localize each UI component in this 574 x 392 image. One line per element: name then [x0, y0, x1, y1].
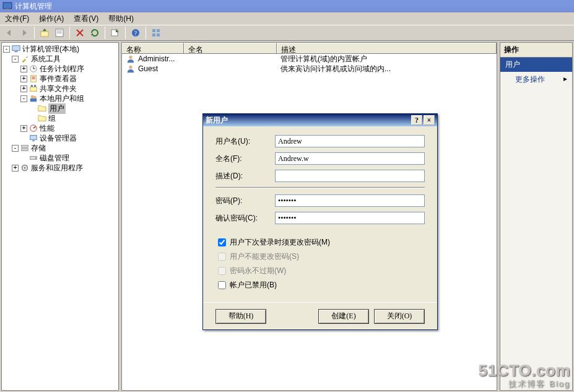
refresh-icon[interactable] [88, 26, 102, 40]
tree-eventwr[interactable]: 事件查看器 [40, 74, 77, 84]
list-row[interactable]: Guest 供来宾访问计算机或访问域的内... [122, 64, 497, 74]
neverexpire-label: 密码永不过期(W) [230, 266, 286, 276]
delete-icon[interactable] [73, 26, 87, 40]
services-icon [20, 163, 30, 173]
folder-icon [37, 113, 47, 123]
menu-action[interactable]: 操作(A) [39, 14, 64, 24]
mmc-window: 计算机管理 文件(F) 操作(A) 查看(V) 帮助(H) ? -计算机管理(本… [0, 0, 574, 392]
cell-desc: 管理计算机(域)的内置帐户 [280, 54, 367, 64]
toolbar-sep [34, 27, 35, 39]
export-icon[interactable] [108, 26, 122, 40]
users-group-icon [28, 94, 38, 103]
fullname-input[interactable] [275, 152, 425, 165]
dialog-buttons: 帮助(H) 创建(E) 关闭(O) [203, 302, 437, 329]
tree-users[interactable]: 用户 [48, 103, 66, 114]
toolbar-sep [125, 27, 126, 39]
tree-storage[interactable]: 存储 [31, 143, 46, 154]
folder-icon [37, 103, 47, 113]
description-label: 描述(D): [215, 171, 275, 181]
svg-point-30 [34, 85, 37, 87]
tree-root[interactable]: 计算机管理(本地) [22, 44, 79, 54]
username-label: 用户名(U): [215, 136, 275, 147]
properties-icon[interactable] [53, 26, 66, 40]
svg-rect-37 [32, 141, 35, 142]
cannotchange-label: 用户不能更改密码(S) [230, 251, 299, 262]
dialog-help-icon[interactable]: ? [411, 115, 422, 125]
svg-rect-38 [22, 146, 28, 148]
forward-icon[interactable] [17, 26, 31, 40]
view-mode-icon[interactable] [149, 26, 163, 40]
nav-tree[interactable]: -计算机管理(本地) -系统工具 +任务计划程序 +事件查看器 +共享文件夹 -… [2, 43, 118, 174]
svg-point-45 [129, 66, 132, 69]
menu-file[interactable]: 文件(F) [5, 14, 29, 24]
dialog-close-icon[interactable]: × [424, 115, 435, 125]
up-icon[interactable] [38, 26, 51, 40]
svg-rect-18 [152, 33, 155, 37]
tree-pane: -计算机管理(本地) -系统工具 +任务计划程序 +事件查看器 +共享文件夹 -… [1, 42, 119, 391]
toolbar-sep [105, 27, 105, 39]
svg-rect-16 [152, 29, 155, 32]
tree-groups[interactable]: 组 [48, 113, 56, 124]
toolbar-sep [69, 27, 70, 39]
cell-desc: 供来宾访问计算机或访问域的内... [280, 64, 391, 74]
window-title: 计算机管理 [15, 1, 572, 12]
actions-more[interactable]: 更多操作 [500, 72, 572, 87]
actions-category[interactable]: 用户 [500, 58, 572, 72]
disabled-checkbox[interactable] [218, 281, 226, 289]
svg-text:?: ? [134, 30, 137, 37]
menu-view[interactable]: 查看(V) [74, 14, 98, 24]
svg-point-32 [33, 96, 36, 98]
svg-rect-20 [12, 46, 20, 51]
help-icon[interactable]: ? [129, 26, 142, 40]
password-label: 密码(P): [215, 196, 275, 206]
menubar: 文件(F) 操作(A) 查看(V) 帮助(H) [0, 12, 574, 25]
password-input[interactable] [275, 194, 425, 207]
tree-localusers[interactable]: 本地用户和组 [40, 94, 84, 104]
fullname-label: 全名(F): [215, 154, 275, 164]
mustchange-checkbox[interactable] [218, 238, 226, 246]
svg-rect-19 [157, 33, 160, 37]
tree-services[interactable]: 服务和应用程序 [31, 163, 83, 173]
tree-tasksched[interactable]: 任务计划程序 [40, 64, 84, 74]
mustchange-label: 用户下次登录时须更改密码(M) [230, 237, 330, 248]
dialog-title: 新用户 [206, 115, 228, 126]
create-button[interactable]: 创建(E) [318, 309, 369, 324]
tree-diskmgmt[interactable]: 磁盘管理 [40, 153, 69, 163]
shared-folder-icon [28, 84, 38, 94]
confirm-password-input[interactable] [275, 212, 425, 224]
svg-point-29 [31, 85, 33, 87]
dialog-titlebar[interactable]: 新用户 ? × [203, 114, 437, 126]
tree-shared[interactable]: 共享文件夹 [40, 84, 77, 94]
col-name[interactable]: 名称 [122, 43, 184, 53]
svg-marker-11 [91, 33, 93, 35]
svg-point-31 [31, 95, 34, 98]
svg-rect-17 [157, 29, 160, 32]
menu-help[interactable]: 帮助(H) [108, 14, 134, 24]
cell-name: Guest [138, 64, 158, 73]
perf-icon [28, 123, 38, 133]
tree-perf[interactable]: 性能 [40, 123, 54, 134]
cannotchange-checkbox [218, 253, 226, 261]
confirm-password-label: 确认密码(C): [215, 213, 275, 224]
username-input[interactable] [275, 135, 425, 147]
help-button[interactable]: 帮助(H) [215, 309, 266, 324]
col-desc[interactable]: 描述 [277, 43, 497, 53]
list-row[interactable]: Administr... 管理计算机(域)的内置帐户 [122, 54, 497, 64]
svg-rect-36 [30, 136, 37, 140]
close-button[interactable]: 关闭(O) [374, 309, 425, 324]
eventlog-icon [28, 74, 38, 84]
description-input[interactable] [275, 170, 425, 182]
svg-marker-5 [43, 28, 46, 31]
list-header: 名称 全名 描述 [122, 43, 497, 54]
svg-rect-1 [6, 9, 9, 10]
new-user-dialog: 新用户 ? × 用户名(U): 全名(F): 描述(D): 密码(P): 确认密… [202, 113, 438, 330]
dialog-body: 用户名(U): 全名(F): 描述(D): 密码(P): 确认密码(C): 用户… [203, 126, 437, 302]
computer-icon [11, 44, 21, 54]
col-fullname[interactable]: 全名 [184, 43, 277, 53]
back-icon[interactable] [2, 26, 16, 40]
tree-devmgr[interactable]: 设备管理器 [40, 133, 77, 144]
neverexpire-checkbox [218, 267, 226, 275]
clock-icon [28, 64, 38, 74]
svg-rect-39 [22, 149, 28, 151]
tree-systools[interactable]: 系统工具 [31, 54, 61, 64]
